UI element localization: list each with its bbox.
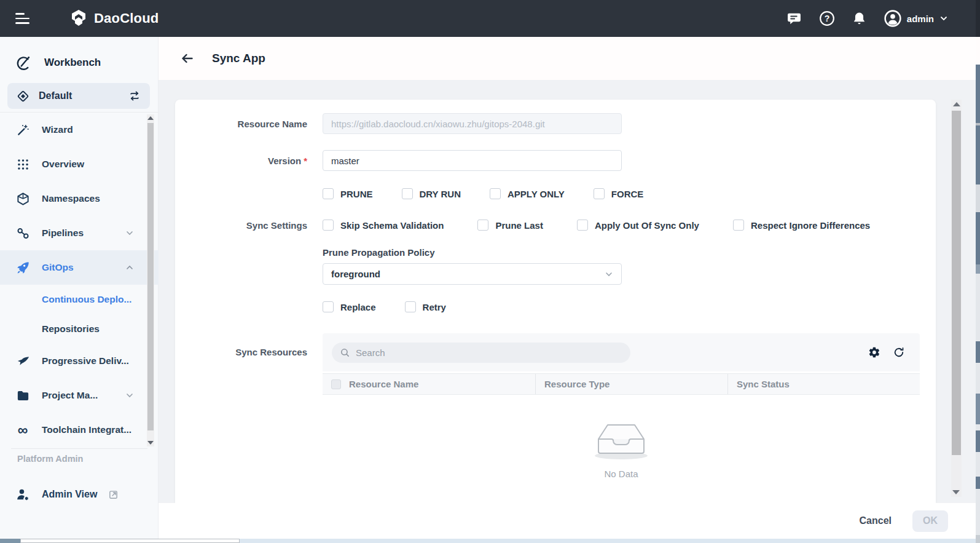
search-icon — [340, 347, 350, 358]
scrollbar-thumb[interactable] — [147, 123, 154, 430]
avatar — [884, 10, 901, 27]
checkbox[interactable] — [323, 188, 334, 199]
sidebar-item-namespaces[interactable]: Namespaces — [0, 181, 159, 216]
brand-name: DaoCloud — [94, 10, 159, 26]
workspace-selector[interactable]: Default — [7, 83, 150, 109]
checkbox[interactable] — [577, 220, 588, 231]
bell-icon[interactable] — [852, 10, 868, 26]
select-value: foreground — [331, 269, 380, 279]
prune-checkbox[interactable]: PRUNE — [323, 188, 373, 199]
prune-propagation-policy-select[interactable]: foreground — [323, 263, 622, 285]
rocket-icon — [15, 260, 30, 275]
page-content: Resource Name Version* PRUNE DRY RUN APP… — [159, 80, 980, 503]
checkbox[interactable] — [477, 220, 488, 231]
version-row: Version* — [175, 150, 936, 171]
prune-policy-select-row: foreground — [175, 263, 936, 285]
checkbox[interactable] — [402, 188, 413, 199]
scroll-down-arrow[interactable] — [147, 441, 154, 445]
empty-box-icon — [593, 419, 649, 462]
version-input[interactable] — [323, 150, 622, 171]
prune-policy-label-row: Prune Propagation Policy — [175, 247, 936, 258]
checkbox[interactable] — [405, 301, 416, 312]
table-header: Resource Name Resource Type Sync Status — [323, 373, 920, 395]
select-all-checkbox[interactable] — [331, 379, 341, 389]
scrollbar-thumb[interactable] — [20, 539, 240, 543]
prune-propagation-policy-label: Prune Propagation Policy — [323, 247, 435, 258]
force-checkbox[interactable]: FORCE — [594, 188, 644, 199]
gem-icon — [16, 89, 30, 103]
scrollbar-corner — [0, 539, 20, 543]
required-mark: * — [304, 156, 307, 166]
chevron-down-icon — [939, 14, 948, 23]
checkbox[interactable] — [323, 301, 334, 312]
divider — [11, 448, 147, 449]
checkbox[interactable] — [323, 220, 334, 231]
sync-settings-label: Sync Settings — [175, 220, 323, 231]
scroll-up-arrow[interactable] — [953, 102, 960, 106]
admin-view-label: Admin View — [42, 489, 97, 500]
search-box[interactable] — [332, 343, 630, 363]
page-title: Sync App — [212, 52, 265, 65]
sidebar-item-admin-view[interactable]: Admin View — [0, 481, 159, 508]
sidebar-item-project-management[interactable]: Project Ma... — [0, 378, 159, 413]
sidebar-nav: Wizard Overview Namespaces Pipelines — [0, 112, 159, 448]
resources-toolbar — [323, 333, 920, 371]
bird-icon — [15, 354, 30, 368]
scroll-up-arrow[interactable] — [147, 116, 154, 120]
chevron-down-icon — [125, 229, 134, 237]
message-icon[interactable] — [786, 10, 802, 26]
content-scrollbar[interactable] — [951, 100, 962, 497]
sidebar-item-pipelines[interactable]: Pipelines — [0, 216, 159, 250]
sidebar-item-progressive-delivery[interactable]: Progressive Deliv... — [0, 344, 159, 378]
user-menu[interactable]: admin — [884, 10, 948, 27]
sidebar-item-wizard[interactable]: Wizard — [0, 113, 159, 147]
admin-user-icon — [15, 487, 31, 502]
retry-checkbox[interactable]: Retry — [405, 301, 446, 312]
checkbox[interactable] — [490, 188, 501, 199]
checkbox[interactable] — [594, 188, 605, 199]
replace-retry-row: Replace Retry — [175, 301, 936, 312]
workbench-header: Workbench — [0, 37, 158, 74]
menu-icon[interactable] — [15, 13, 30, 24]
replace-checkbox[interactable]: Replace — [323, 301, 376, 312]
workspace-name: Default — [39, 90, 72, 101]
sync-resources-label: Sync Resources — [175, 333, 323, 357]
brand: DaoCloud — [69, 9, 159, 28]
apply-out-of-sync-only-checkbox[interactable]: Apply Out Of Sync Only — [577, 220, 699, 231]
horizontal-scrollbar[interactable] — [0, 539, 980, 543]
scrollbar-thumb[interactable] — [952, 111, 961, 455]
back-arrow-icon[interactable] — [180, 51, 195, 66]
daocloud-logo-icon — [69, 9, 88, 28]
help-icon[interactable]: ? — [819, 10, 835, 26]
sidebar-item-gitops[interactable]: GitOps — [0, 250, 159, 285]
scroll-down-arrow[interactable] — [952, 490, 960, 494]
svg-text:?: ? — [825, 14, 830, 23]
refresh-icon[interactable] — [893, 346, 905, 359]
sidebar-item-repositories[interactable]: Repositories — [0, 314, 159, 344]
settings-gear-icon[interactable] — [868, 346, 880, 359]
cancel-button[interactable]: Cancel — [860, 515, 892, 526]
flags-row: PRUNE DRY RUN APPLY ONLY FORCE — [175, 188, 936, 199]
checkbox[interactable] — [733, 220, 744, 231]
search-input[interactable] — [356, 347, 622, 358]
wand-icon — [15, 123, 30, 137]
platform-admin-section-label: Platform Admin — [17, 454, 83, 464]
ok-button[interactable]: OK — [912, 510, 948, 532]
external-link-icon — [108, 489, 119, 500]
switch-workspace-icon[interactable] — [128, 89, 141, 103]
sidebar-item-toolchain-integration[interactable]: ∞ Toolchain Integrat... — [0, 413, 159, 447]
workbench-label: Workbench — [44, 57, 101, 69]
chevron-down-icon — [605, 270, 613, 279]
empty-text: No Data — [604, 469, 638, 479]
workbench-icon — [15, 55, 32, 71]
prune-last-checkbox[interactable]: Prune Last — [477, 220, 543, 231]
sync-app-form-card: Resource Name Version* PRUNE DRY RUN APP… — [175, 100, 936, 503]
sidebar-scrollbar[interactable] — [147, 114, 154, 446]
skip-schema-validation-checkbox[interactable]: Skip Schema Validation — [323, 220, 444, 231]
grid-dots-icon — [15, 158, 30, 171]
dry-run-checkbox[interactable]: DRY RUN — [402, 188, 461, 199]
sidebar-item-continuous-deployment[interactable]: Continuous Deplo... — [0, 285, 159, 314]
apply-only-checkbox[interactable]: APPLY ONLY — [490, 188, 565, 199]
respect-ignore-differences-checkbox[interactable]: Respect Ignore Differences — [733, 220, 870, 231]
sidebar-item-overview[interactable]: Overview — [0, 147, 159, 181]
